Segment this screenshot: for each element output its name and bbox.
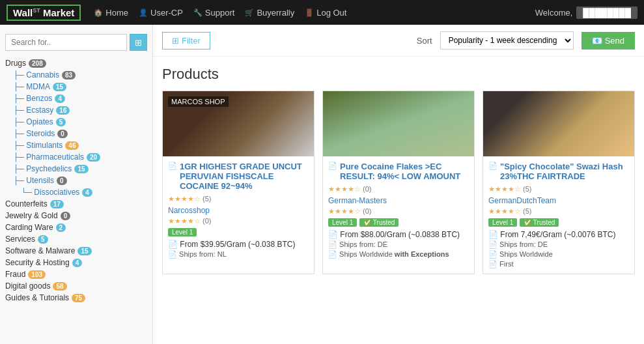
cat-badge: 15 [74, 165, 88, 173]
product-title[interactable]: 📄1GR HIGHEST GRADE UNCUT PERUVIAN FISHSC… [168, 162, 309, 191]
sidebar-item-guides---tutorials[interactable]: Guides & Tutorials75 [0, 292, 152, 304]
cat-badge: 83 [62, 71, 76, 79]
product-body: 📄1GR HIGHEST GRADE UNCUT PERUVIAN FISHSC… [163, 156, 314, 264]
sidebar-item-psychedelics[interactable]: ├─ Psychedelics15 [0, 163, 152, 175]
sidebar-item-stimulants[interactable]: ├─ Stimulants46 [0, 139, 152, 151]
sidebar-item-fraud[interactable]: Fraud103 [0, 268, 152, 280]
product-stars: ★★★★☆ (0) [328, 185, 469, 194]
review-count: (5) [203, 195, 211, 203]
badges-row: Level 1✅ Trusted [328, 218, 469, 227]
username-display: ████████ [576, 7, 637, 19]
ships-line: 📄 Ships from: DE [328, 240, 469, 249]
sidebar-item-drugs[interactable]: Drugs208 [0, 57, 152, 69]
trusted-badge: ✅ Trusted [359, 218, 399, 227]
logo-text2: Market [43, 7, 74, 18]
support-icon: 🔧 [193, 8, 203, 17]
cat-badge: 16 [56, 106, 70, 115]
filter-bar: ⊞ Filter Sort Popularity - 1 week descen… [153, 25, 644, 57]
cat-badge: 0 [61, 212, 71, 220]
sidebar-item-opiates[interactable]: ├─ Opiates5 [0, 116, 152, 128]
cat-badge: 4 [72, 259, 83, 267]
nav-support[interactable]: 🔧Support [193, 8, 235, 18]
sidebar-item-jewelry---gold[interactable]: Jewelry & Gold0 [0, 210, 152, 222]
logo[interactable]: WallST Market [7, 5, 81, 21]
product-image [483, 91, 634, 156]
product-card: MARCOS SHOP📄1GR HIGHEST GRADE UNCUT PERU… [162, 91, 315, 274]
cat-badge: 15 [77, 247, 91, 255]
user-icon: 👤 [139, 8, 148, 17]
cat-label: ├─ Ecstasy [13, 106, 53, 115]
seller-name[interactable]: German-Masters [328, 196, 469, 205]
cat-badge: 5 [38, 235, 48, 244]
seller-stars: ★★★★☆ (5) [488, 207, 629, 216]
cat-badge: 17 [50, 200, 64, 208]
sidebar-item-ecstasy[interactable]: ├─ Ecstasy16 [0, 104, 152, 116]
filter-icon: ⊞ [172, 36, 179, 46]
sort-select[interactable]: Popularity - 1 week descending [440, 31, 574, 50]
product-doc-icon: 📄 [488, 162, 497, 170]
img-overlay: MARCOS SHOP [168, 96, 229, 107]
cat-badge: 15 [53, 83, 66, 91]
category-list: Drugs208├─ Cannabis83├─ MDMA15├─ Benzos4… [0, 55, 152, 306]
nav-logout[interactable]: 🚪Log Out [305, 8, 346, 18]
sidebar-item-services[interactable]: Services5 [0, 233, 152, 245]
send-button[interactable]: 📧 Send [581, 32, 635, 50]
product-title[interactable]: 📄Pure Cocaine Flakes >EC RESULT: 94%< LO… [328, 162, 469, 181]
cat-label: ├─ Cannabis [13, 70, 59, 79]
product-image: MARCOS SHOP [163, 91, 314, 156]
products-title: Products [162, 66, 635, 83]
sidebar-item-digital-goods[interactable]: Digital goods58 [0, 280, 152, 292]
ships-extra: 📄 Ships Worldwide with Exceptions [328, 250, 469, 259]
cat-label: └─ Dissociatives [21, 188, 79, 197]
cat-label: Services [5, 235, 35, 244]
cat-label: ├─ Benzos [13, 94, 52, 103]
product-card: 📄"Spicy Chocolate" Swazi Hash 23%THC FAI… [483, 91, 635, 274]
badges-row: Level 1 [168, 228, 309, 236]
cat-label: Jewelry & Gold [5, 211, 58, 220]
product-title[interactable]: 📄"Spicy Chocolate" Swazi Hash 23%THC FAI… [488, 162, 629, 181]
search-input[interactable] [5, 34, 127, 51]
sidebar-item-dissociatives[interactable]: └─ Dissociatives4 [0, 186, 152, 198]
cat-badge: 0 [57, 130, 68, 138]
sidebar-item-steroids[interactable]: ├─ Steroids0 [0, 128, 152, 139]
cat-label: ├─ Utensils [13, 176, 54, 185]
welcome-area: Welcome, ████████ [535, 7, 637, 19]
nav-links: 🏠Home 👤User-CP 🔧Support 🛒Buyerrally 🚪Log… [94, 8, 535, 18]
cat-badge: 4 [55, 94, 65, 103]
price-line: 📄 From $39.95/Gram (~0.038 BTC) [168, 240, 309, 249]
nav-user-cp[interactable]: 👤User-CP [139, 8, 183, 18]
level-badge: Level 1 [168, 228, 197, 236]
logout-icon: 🚪 [305, 8, 314, 17]
filter-button[interactable]: ⊞ Filter [162, 32, 210, 50]
sidebar-item-benzos[interactable]: ├─ Benzos4 [0, 93, 152, 104]
send-label: Send [605, 36, 624, 46]
seller-name[interactable]: Narcosshop [168, 206, 309, 215]
cat-badge: 0 [57, 177, 67, 185]
sidebar-item-utensils[interactable]: ├─ Utensils0 [0, 175, 152, 186]
logo-text1: Wall [13, 7, 33, 18]
cat-label: ├─ Opiates [13, 117, 53, 126]
search-button[interactable]: ⊞ [130, 34, 147, 51]
sidebar-item-carding-ware[interactable]: Carding Ware2 [0, 222, 152, 233]
cat-badge: 103 [28, 270, 46, 279]
cat-label: Software & Malware [5, 246, 75, 255]
sidebar-item-cannabis[interactable]: ├─ Cannabis83 [0, 69, 152, 81]
nav-buyerrally[interactable]: 🛒Buyerrally [245, 8, 294, 18]
cat-label: ├─ Stimulants [13, 141, 63, 150]
sidebar-item-pharmaceuticals[interactable]: ├─ Pharmaceuticals20 [0, 151, 152, 163]
cat-badge: 5 [56, 118, 66, 126]
product-stars: ★★★★☆ (5) [488, 185, 629, 194]
cat-badge: 75 [72, 294, 85, 302]
cat-badge: 2 [56, 223, 66, 232]
cat-badge: 20 [87, 153, 100, 162]
filter-label: Filter [182, 36, 201, 46]
sidebar-item-counterfeits[interactable]: Counterfeits17 [0, 198, 152, 210]
sidebar-item-security---hosting[interactable]: Security & Hosting4 [0, 257, 152, 268]
seller-name[interactable]: GermanDutchTeam [488, 196, 629, 205]
product-body: 📄"Spicy Chocolate" Swazi Hash 23%THC FAI… [483, 156, 634, 274]
sidebar-item-mdma[interactable]: ├─ MDMA15 [0, 81, 152, 93]
sidebar-item-software---malware[interactable]: Software & Malware15 [0, 245, 152, 257]
product-body: 📄Pure Cocaine Flakes >EC RESULT: 94%< LO… [323, 156, 474, 264]
nav-home[interactable]: 🏠Home [94, 8, 128, 18]
cat-label: ├─ Pharmaceuticals [13, 152, 84, 162]
